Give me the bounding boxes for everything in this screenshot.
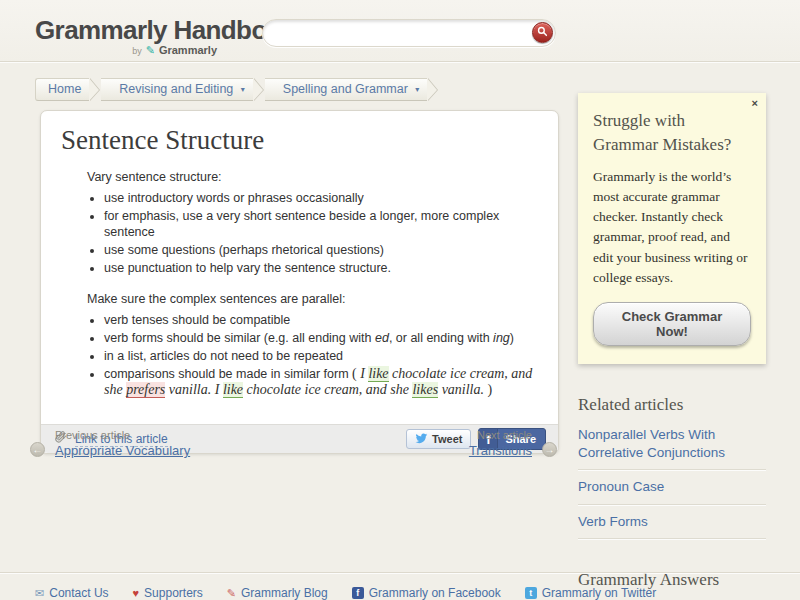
chevron-down-icon: ▾ xyxy=(415,85,419,94)
footer-link-label: Supporters xyxy=(144,586,203,600)
text-segment: verb forms should be similar (e.g. all e… xyxy=(104,331,375,345)
next-article-link[interactable]: Transitions xyxy=(469,443,532,458)
breadcrumb-label: Spelling and Grammar xyxy=(283,82,408,96)
arrow-left-icon: ← xyxy=(33,444,43,455)
list-item: use punctuation to help vary the sentenc… xyxy=(104,260,538,276)
arrow-right-icon: → xyxy=(545,444,555,455)
sidebar: × Struggle with Grammar Mistakes? Gramma… xyxy=(578,93,766,600)
text-segment: likes xyxy=(412,382,438,398)
footer-link-label: Grammarly on Facebook xyxy=(369,586,501,600)
list-item: Verb Forms xyxy=(578,505,766,540)
search-bar xyxy=(262,19,556,47)
list-item: in a list, articles do not need to be re… xyxy=(104,348,538,364)
promo-body: Grammarly is the world’s most accurate g… xyxy=(593,167,751,289)
facebook-icon: f xyxy=(352,587,364,599)
previous-article: ← Previous article Appropriate Vocabular… xyxy=(30,429,190,458)
breadcrumb-item-revising-and-editing[interactable]: Revising and Editing ▾ xyxy=(101,78,252,101)
list-item: verb forms should be similar (e.g. all e… xyxy=(104,330,538,346)
footer-link-grammarly-blog[interactable]: ✎ Grammarly Blog xyxy=(227,586,328,600)
byline-prefix: by xyxy=(132,46,142,56)
related-articles-list: Nonparallel Verbs With Correlative Conju… xyxy=(578,423,766,539)
list-item: Pronoun Case xyxy=(578,470,766,505)
search-button[interactable] xyxy=(532,22,553,43)
article-lead: Vary sentence structure: xyxy=(87,170,538,184)
footer-link-grammarly-facebook[interactable]: f Grammarly on Facebook xyxy=(352,586,501,600)
chevron-down-icon: ▾ xyxy=(241,85,245,94)
footer-link-label: Grammarly on Twitter xyxy=(542,586,656,600)
footer-link-supporters[interactable]: ♥ Supporters xyxy=(133,586,203,600)
next-arrow-button[interactable]: → xyxy=(542,442,557,457)
related-link-verb-forms[interactable]: Verb Forms xyxy=(578,514,648,529)
text-segment: prefers xyxy=(126,382,165,398)
text-segment: chocolate ice cream, and she xyxy=(243,382,412,397)
article-pager: ← Previous article Appropriate Vocabular… xyxy=(30,429,557,458)
list-item: comparisons should be made in similar fo… xyxy=(104,366,538,398)
list-item: for emphasis, use a very short sentence … xyxy=(104,208,538,240)
twitter-icon: t xyxy=(525,587,537,599)
promo-heading: Struggle with Grammar Mistakes? xyxy=(593,109,751,157)
list-item: use some questions (perhaps rhetorical q… xyxy=(104,242,538,258)
previous-article-text: Previous article Appropriate Vocabulary xyxy=(55,429,190,458)
related-link-pronoun-case[interactable]: Pronoun Case xyxy=(578,479,664,494)
envelope-icon: ✉ xyxy=(35,587,44,599)
text-segment: comparisons should be made in similar fo… xyxy=(104,367,352,381)
text-segment: ) xyxy=(510,331,514,345)
close-icon[interactable]: × xyxy=(752,98,758,109)
footer: ✉ Contact Us ♥ Supporters ✎ Grammarly Bl… xyxy=(35,586,656,600)
check-grammar-button[interactable]: Check Grammar Now! xyxy=(593,302,751,346)
text-segment: in a list, articles do not need to be re… xyxy=(104,349,343,363)
breadcrumb-item-spelling-and-grammar[interactable]: Spelling and Grammar ▾ xyxy=(265,78,428,101)
text-segment: , or all ending with xyxy=(389,331,493,345)
text-segment: like xyxy=(223,382,243,398)
article-lead: Make sure the complex sentences are para… xyxy=(87,292,538,306)
text-segment: ( xyxy=(352,366,360,381)
article-list: use introductory words or phrases occasi… xyxy=(87,190,538,276)
page: Grammarly Handbook by ✎ Grammarly Home R… xyxy=(0,0,800,600)
article-card: Sentence Structure Vary sentence structu… xyxy=(40,110,559,454)
footer-link-contact-us[interactable]: ✉ Contact Us xyxy=(35,586,109,600)
previous-article-link[interactable]: Appropriate Vocabulary xyxy=(55,443,190,458)
breadcrumb-label: Home xyxy=(48,82,81,96)
article-list: verb tenses should be compatible verb fo… xyxy=(87,312,538,398)
list-item: verb tenses should be compatible xyxy=(104,312,538,328)
footer-divider xyxy=(0,572,800,573)
heart-icon: ♥ xyxy=(133,587,140,599)
promo-box: × Struggle with Grammar Mistakes? Gramma… xyxy=(578,93,766,364)
text-segment: vanilla. I xyxy=(165,382,223,397)
text-segment: vanilla. xyxy=(438,382,484,397)
next-article: Next article Transitions → xyxy=(469,429,557,458)
previous-article-label: Previous article xyxy=(55,429,190,441)
text-segment: like xyxy=(368,366,388,382)
text-segment: ing xyxy=(493,331,510,345)
footer-link-label: Contact Us xyxy=(49,586,108,600)
text-segment: ) xyxy=(484,382,492,397)
logo: Grammarly Handbook by ✎ Grammarly xyxy=(35,17,217,56)
text-segment: verb tenses should be compatible xyxy=(104,313,290,327)
byline: by ✎ Grammarly xyxy=(35,44,217,56)
breadcrumb: Home Revising and Editing ▾ Spelling and… xyxy=(35,78,427,101)
list-item: use introductory words or phrases occasi… xyxy=(104,190,538,206)
next-article-text: Next article Transitions xyxy=(469,429,532,458)
site-title: Grammarly Handbook xyxy=(35,17,217,43)
footer-link-grammarly-twitter[interactable]: t Grammarly on Twitter xyxy=(525,586,656,600)
previous-arrow-button[interactable]: ← xyxy=(30,442,45,457)
page-title: Sentence Structure xyxy=(61,125,538,156)
text-segment: ed xyxy=(375,331,389,345)
related-articles-heading: Related articles xyxy=(578,395,766,415)
breadcrumb-label: Revising and Editing xyxy=(119,82,233,96)
search-input[interactable] xyxy=(273,21,522,45)
search-icon xyxy=(537,25,548,40)
related-articles-section: Related articles Nonparallel Verbs With … xyxy=(578,395,766,539)
byline-brand: Grammarly xyxy=(159,44,217,56)
breadcrumb-item-home[interactable]: Home xyxy=(35,78,89,101)
related-link-nonparallel-verbs[interactable]: Nonparallel Verbs With Correlative Conju… xyxy=(578,427,725,460)
list-item: Nonparallel Verbs With Correlative Conju… xyxy=(578,423,766,470)
article-body: Vary sentence structure: use introductor… xyxy=(41,158,558,424)
next-article-label: Next article xyxy=(469,429,532,441)
footer-link-label: Grammarly Blog xyxy=(241,586,328,600)
grammarly-pencil-icon: ✎ xyxy=(146,45,155,55)
pencil-icon: ✎ xyxy=(227,587,236,599)
